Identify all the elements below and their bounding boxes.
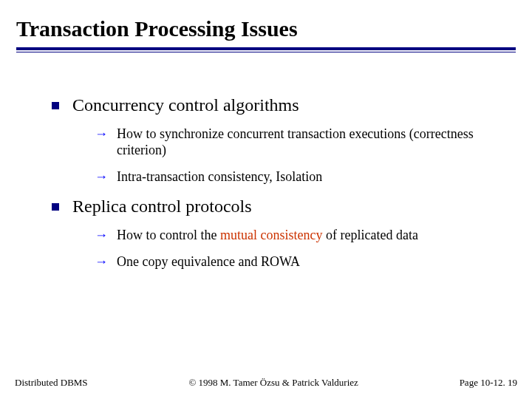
square-bullet-icon (52, 102, 59, 109)
sub-item: → How to control the mutual consistency … (95, 227, 511, 243)
text-prefix: How to control the (117, 228, 220, 242)
sub-item: → How to synchronize concurrent transact… (95, 126, 511, 158)
bullet-item: Replica control protocols (52, 197, 511, 216)
sub-list: → How to control the mutual consistency … (52, 227, 511, 270)
text-suffix: of replicated data (322, 228, 417, 242)
arrow-icon: → (95, 253, 108, 270)
arrow-icon: → (95, 126, 108, 142)
footer: Distributed DBMS © 1998 M. Tamer Özsu & … (0, 377, 532, 389)
sub-item: → Intra-transaction consistency, Isolati… (95, 168, 511, 185)
sub-item: → One copy equivalence and ROWA (95, 253, 511, 270)
bullet-text: Replica control protocols (72, 197, 252, 216)
sub-item-text: One copy equivalence and ROWA (117, 253, 300, 270)
footer-left: Distributed DBMS (15, 377, 88, 389)
sub-item-text: How to synchronize concurrent transactio… (117, 126, 511, 158)
bullet-item: Concurrency control algorithms (52, 95, 511, 115)
sub-item-text: Intra-transaction consistency, Isolation (117, 168, 322, 185)
title-wrap: Transaction Processing Issues (0, 0, 532, 41)
footer-right: Page 10-12. 19 (460, 377, 517, 389)
square-bullet-icon (52, 203, 59, 211)
emphasized-text: mutual consistency (220, 228, 322, 242)
arrow-icon: → (95, 168, 108, 185)
slide-title: Transaction Processing Issues (16, 16, 516, 41)
title-rule-thick (16, 47, 516, 50)
slide: Transaction Processing Issues Concurrenc… (0, 0, 532, 399)
sub-list: → How to synchronize concurrent transact… (52, 126, 511, 185)
bullet-text: Concurrency control algorithms (72, 95, 299, 115)
sub-item-text: How to control the mutual consistency of… (117, 227, 418, 243)
arrow-icon: → (95, 227, 108, 243)
footer-center: © 1998 M. Tamer Özsu & Patrick Valduriez (188, 377, 358, 389)
content-area: Concurrency control algorithms → How to … (0, 52, 532, 270)
